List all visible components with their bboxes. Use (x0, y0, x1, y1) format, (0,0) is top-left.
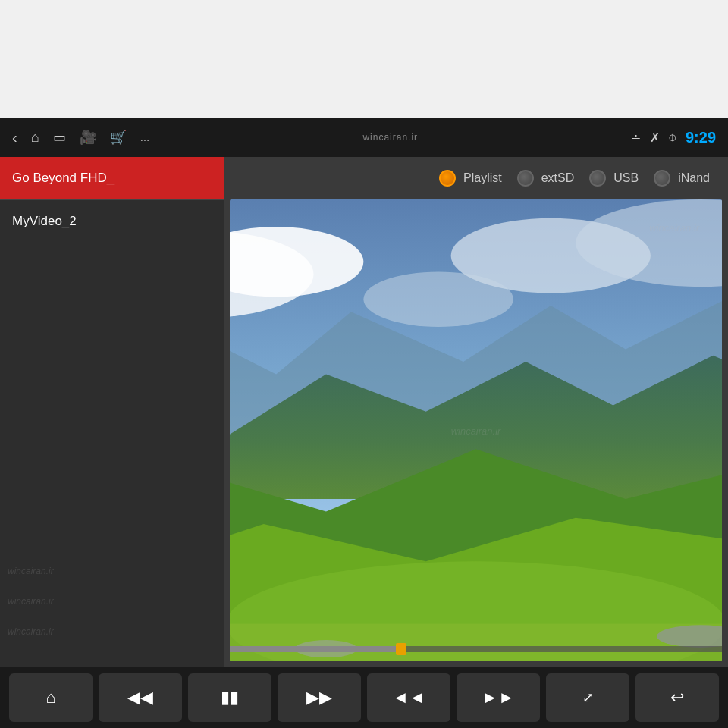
source-tabs: Playlist extSD USB iNand (224, 157, 728, 199)
camera-icon[interactable]: 🎥 (80, 129, 96, 146)
pause-button[interactable]: ▮▮ (188, 673, 271, 722)
top-white-area (0, 0, 728, 118)
status-bar: ‹ ⌂ ▭ 🎥 🛒 … wincairan.ir ∸ ✗ ⌽ 9:29 (0, 118, 728, 157)
playlist-item-1[interactable]: MyVideo_2 (0, 200, 224, 243)
playlist-dot (439, 170, 456, 187)
bottom-controls: ⌂ ◀◀ ▮▮ ▶▶ ◄◄ ►► ⤢ ↩ (0, 667, 728, 728)
next-button[interactable]: ▶▶ (278, 673, 361, 722)
svg-rect-13 (230, 624, 722, 661)
source-tab-usb[interactable]: USB (589, 170, 639, 187)
playlist-item-0[interactable]: Go Beyond FHD_ (0, 157, 224, 200)
source-tab-inand[interactable]: iNand (654, 170, 710, 187)
status-bar-right: ∸ ✗ ⌽ 9:29 (631, 129, 716, 146)
playlist-sidebar: Go Beyond FHD_ MyVideo_2 wincairan.ir wi… (0, 157, 224, 667)
bluetooth-icon: ✗ (650, 130, 660, 145)
fast-forward-button[interactable]: ►► (457, 673, 540, 722)
back-button[interactable]: ‹ (12, 129, 17, 146)
clock: 9:29 (686, 129, 716, 146)
progress-bar[interactable] (230, 646, 722, 652)
inand-label: iNand (678, 171, 710, 185)
extsd-label: extSD (541, 171, 575, 185)
progress-handle[interactable] (396, 643, 406, 655)
sidebar-watermark-2: wincairan.ir (8, 596, 54, 607)
fullscreen-button[interactable]: ⤢ (546, 673, 629, 722)
back-nav-button[interactable]: ↩ (635, 673, 719, 722)
dots-icon: … (140, 132, 150, 143)
content-area: Go Beyond FHD_ MyVideo_2 wincairan.ir wi… (0, 157, 728, 667)
main-video-area: Playlist extSD USB iNand (224, 157, 728, 667)
sidebar-watermark-1: wincairan.ir (8, 566, 54, 576)
previous-button[interactable]: ◀◀ (99, 673, 182, 722)
inand-dot (654, 170, 670, 187)
status-bar-watermark: wincairan.ir (150, 132, 631, 143)
video-watermark-2: wincairan.ir (451, 425, 501, 436)
wifi-icon: ⌽ (669, 130, 676, 144)
cast-icon: ∸ (631, 130, 641, 145)
app-container: ‹ ⌂ ▭ 🎥 🛒 … wincairan.ir ∸ ✗ ⌽ 9:29 Go B… (0, 118, 728, 728)
usb-dot (589, 170, 606, 187)
source-tab-playlist[interactable]: Playlist (439, 170, 502, 187)
playlist-label: Playlist (463, 171, 502, 185)
home-button[interactable]: ⌂ (9, 673, 93, 722)
rewind-button[interactable]: ◄◄ (367, 673, 450, 722)
video-player[interactable]: wincairan.ir wincairan.ir (230, 199, 722, 661)
usb-label: USB (613, 171, 639, 185)
sidebar-watermark-3: wincairan.ir (8, 626, 54, 637)
cart-icon[interactable]: 🛒 (110, 129, 127, 146)
video-watermark-1: wincairan.ir (649, 222, 699, 234)
window-icon[interactable]: ▭ (53, 129, 66, 146)
status-bar-left: ‹ ⌂ ▭ 🎥 🛒 … (12, 129, 150, 146)
source-tab-extsd[interactable]: extSD (517, 170, 575, 187)
home-icon[interactable]: ⌂ (31, 130, 39, 146)
extsd-dot (517, 170, 534, 187)
svg-point-7 (363, 271, 513, 326)
progress-fill (230, 646, 402, 652)
